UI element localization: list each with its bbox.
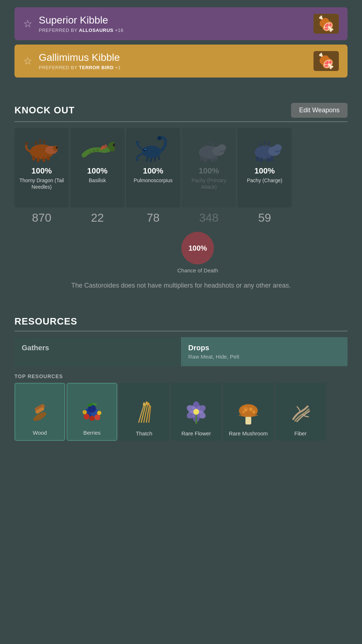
weapon-percent: 100% [87, 166, 108, 176]
svg-point-14 [93, 150, 95, 152]
resource-card-wood[interactable]: Wood [14, 383, 65, 441]
pulmonoscorpius-icon [135, 134, 171, 163]
thatch-icon [131, 399, 157, 427]
svg-point-79 [252, 410, 255, 413]
svg-marker-28 [212, 141, 214, 145]
rare-mushroom-icon [236, 399, 261, 427]
star-icon: ☆ [23, 18, 32, 30]
kibble-preferred: PREFERRED BY TERROR BIRD +1 [39, 65, 313, 70]
svg-point-55 [97, 411, 101, 415]
death-label: Chance of Death [177, 267, 218, 273]
berries-icon [79, 398, 105, 427]
thorny-dragon-icon [24, 134, 60, 163]
info-text: The Castoroides does not have multiplier… [0, 273, 362, 305]
kibble-name: Superior Kibble [39, 14, 313, 26]
weapon-count-pachy-charge: 59 [237, 211, 292, 225]
svg-point-20 [144, 149, 146, 150]
svg-rect-8 [42, 157, 45, 162]
weapon-percent: 100% [143, 166, 163, 176]
svg-marker-39 [264, 140, 266, 144]
tab-gathers[interactable]: Gathers [14, 337, 181, 366]
weapons-numbers: 870 22 78 348 59 [0, 208, 362, 225]
svg-rect-42 [266, 158, 269, 162]
svg-marker-38 [260, 141, 262, 145]
weapon-name: Pulmonoscorpius [134, 177, 172, 184]
weapons-scroll: 100% Thorny Dragon (Tail Needles) 100% B… [0, 128, 362, 208]
resource-card-fiber[interactable]: Fiber [275, 383, 326, 441]
svg-marker-26 [204, 141, 206, 145]
superior-kibble-card[interactable]: ☆ Superior Kibble PREFERRED BY ALLOSAURU… [14, 7, 348, 40]
weapon-count-thorny-dragon: 870 [14, 211, 69, 225]
resource-card-rare-mushroom[interactable]: Rare Mushroom [223, 383, 274, 441]
star-icon: ☆ [23, 55, 32, 67]
svg-point-25 [218, 144, 226, 151]
svg-point-52 [94, 414, 100, 420]
resource-card-berries[interactable]: Berries [67, 383, 117, 441]
svg-marker-40 [268, 141, 270, 145]
svg-point-37 [273, 144, 282, 151]
resource-card-rare-flower[interactable]: Rare Flower [171, 383, 222, 441]
svg-rect-43 [256, 156, 259, 161]
svg-rect-29 [204, 158, 207, 162]
svg-point-64 [146, 401, 148, 405]
tab-drops[interactable]: Drops Raw Meat, Hide, Pelt [181, 337, 348, 366]
svg-marker-4 [35, 139, 37, 144]
weapon-name: Pachy (Primary Attack) [185, 177, 233, 190]
weapon-name: Basilisk [89, 177, 106, 184]
resource-card-thatch[interactable]: Thatch [119, 383, 169, 441]
resource-name: Rare Mushroom [229, 430, 268, 436]
svg-rect-7 [37, 157, 39, 162]
gallimimus-kibble-card[interactable]: ☆ Gallimimus Kibble PREFERRED BY TERROR … [14, 45, 348, 78]
kibble-name: Gallimimus Kibble [39, 52, 313, 63]
weapon-name: Thorny Dragon (Tail Needles) [17, 177, 66, 190]
weapon-count-basilisk: 22 [70, 211, 125, 225]
resources-tabs: Gathers Drops Raw Meat, Hide, Pelt [14, 337, 348, 366]
svg-marker-11 [25, 142, 28, 145]
svg-point-15 [96, 149, 98, 151]
svg-point-78 [243, 411, 245, 413]
svg-marker-27 [208, 140, 210, 144]
knockout-title: KNOCK OUT [14, 105, 75, 116]
svg-point-76 [244, 409, 247, 411]
svg-marker-5 [39, 138, 41, 143]
kibble-preferred: PREFERRED BY ALLOSAURUS +16 [39, 28, 313, 33]
weapon-percent: 100% [254, 166, 275, 176]
svg-rect-32 [214, 156, 217, 161]
weapon-card-pulmonoscorpius[interactable]: 100% Pulmonoscorpius [126, 128, 180, 208]
fiber-icon [288, 399, 313, 427]
svg-rect-41 [260, 158, 262, 162]
kibble-image: 🍖 [313, 14, 339, 34]
svg-point-65 [147, 402, 150, 405]
weapon-card-pachy-charge[interactable]: 100% Pachy (Charge) [237, 128, 292, 208]
resource-name: Wood [33, 430, 47, 436]
weapon-card-thorny-dragon[interactable]: 100% Thorny Dragon (Tail Needles) [14, 128, 69, 208]
svg-point-3 [55, 146, 58, 149]
weapon-count-pachy-primary: 348 [182, 211, 236, 225]
resources-title: RESOURCES [14, 316, 77, 327]
edit-weapons-button[interactable]: Edit Weapons [291, 103, 348, 118]
knockout-divider [14, 121, 348, 122]
weapon-card-basilisk[interactable]: 100% Basilisk [70, 128, 125, 208]
svg-rect-80 [245, 417, 251, 425]
pachy-charge-icon [247, 134, 283, 163]
svg-rect-9 [32, 156, 35, 160]
svg-rect-44 [270, 156, 273, 161]
basilisk-icon [79, 134, 115, 163]
svg-point-16 [89, 151, 92, 153]
weapon-count-pulmonoscorpius: 78 [126, 211, 180, 225]
resources-divider [14, 331, 348, 331]
resource-name: Rare Flower [181, 430, 211, 436]
svg-point-53 [89, 416, 94, 421]
top-resources-title: TOP RESOURCES [0, 366, 362, 383]
resource-name: Thatch [136, 430, 152, 436]
rare-flower-icon [184, 399, 209, 427]
svg-point-74 [239, 404, 258, 417]
knockout-header: KNOCK OUT Edit Weapons [0, 92, 362, 121]
svg-marker-6 [43, 139, 45, 143]
resources-header: RESOURCES [0, 305, 362, 331]
weapon-percent: 100% [199, 166, 219, 176]
svg-rect-10 [47, 156, 50, 160]
chance-of-death-area: 100% Chance of Death [177, 232, 218, 273]
svg-point-72 [193, 409, 199, 415]
weapon-card-pachy-primary[interactable]: 100% Pachy (Primary Attack) [182, 128, 236, 208]
